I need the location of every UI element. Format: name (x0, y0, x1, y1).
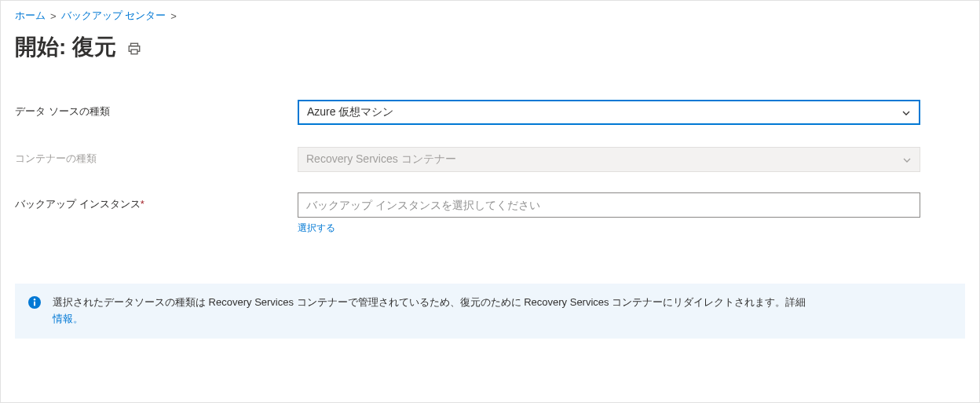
vault-type-value: Recovery Services コンテナー (306, 152, 456, 167)
svg-rect-5 (34, 302, 35, 306)
breadcrumb-separator: > (170, 10, 177, 22)
backup-instance-label: バックアップ インスタンス* (15, 192, 298, 211)
required-asterisk: * (141, 198, 144, 210)
chevron-down-icon (902, 155, 912, 164)
breadcrumb-home-link[interactable]: ホーム (15, 9, 46, 23)
vault-type-label: コンテナーの種類 (15, 147, 298, 166)
info-banner-text: 選択されたデータソースの種類は Recovery Services コンテナーで… (53, 296, 806, 308)
info-banner: 選択されたデータソースの種類は Recovery Services コンテナーで… (15, 284, 965, 339)
datasource-type-label: データ ソースの種類 (15, 100, 298, 119)
backup-instance-input[interactable] (298, 192, 920, 218)
vault-type-select: Recovery Services コンテナー (298, 147, 920, 172)
print-icon[interactable] (127, 42, 141, 56)
backup-instance-select-link[interactable]: 選択する (298, 222, 335, 233)
page-title: 開始: 復元 (15, 32, 116, 62)
breadcrumb: ホーム > バックアップ センター > (15, 9, 965, 23)
datasource-type-value: Azure 仮想マシン (307, 105, 393, 119)
info-banner-link[interactable]: 情報。 (53, 313, 83, 324)
breadcrumb-separator: > (50, 10, 57, 22)
info-icon (27, 295, 42, 310)
svg-rect-2 (131, 49, 137, 54)
chevron-down-icon (901, 108, 911, 117)
breadcrumb-backup-center-link[interactable]: バックアップ センター (61, 9, 166, 23)
svg-point-4 (34, 299, 35, 300)
datasource-type-select[interactable]: Azure 仮想マシン (298, 100, 920, 125)
